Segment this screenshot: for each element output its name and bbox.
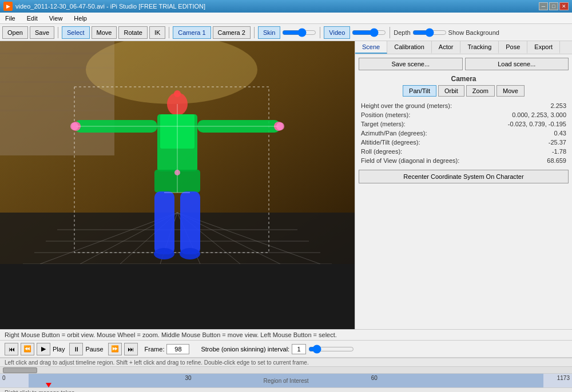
title-bar: ▶ video_2011-12-30_06-47-50.avi - iPi St…	[0, 0, 572, 13]
prop-label: Field of View (diagonal in degrees):	[359, 156, 489, 165]
video-panel	[0, 41, 355, 329]
menu-edit[interactable]: Edit	[24, 14, 41, 23]
strobe-slider[interactable]	[308, 345, 354, 354]
play-label: Play	[53, 346, 65, 353]
tabs-row: Scene Calibration Actor Tracking Pose Ex…	[355, 41, 572, 54]
cam-orbit[interactable]: Orbit	[438, 85, 464, 97]
save-scene-button[interactable]: Save scene...	[359, 58, 463, 70]
separator-5	[390, 27, 390, 38]
tab-actor[interactable]: Actor	[432, 41, 461, 54]
table-row: Roll (degrees): -1.78	[359, 147, 569, 156]
svg-point-40	[70, 122, 78, 130]
status-message: Right Mouse Button = orbit view. Mouse W…	[5, 331, 337, 338]
prop-label: Roll (degrees):	[359, 147, 489, 156]
strobe-value-input[interactable]	[292, 344, 306, 354]
video-canvas[interactable]	[0, 41, 355, 264]
camera-nav: Pan/Tilt Orbit Zoom Move	[359, 85, 569, 97]
separator-2	[169, 27, 169, 38]
maximize-button[interactable]: □	[549, 2, 558, 10]
playhead[interactable]	[46, 383, 51, 387]
separator-4	[320, 27, 320, 38]
panel-content: Save scene... Load scene... Camera Pan/T…	[355, 54, 572, 329]
grid-overlay	[0, 41, 355, 264]
strobe-label: Strobe (onion skinning) interval:	[201, 346, 289, 353]
frame-input[interactable]	[166, 344, 189, 354]
svg-point-34	[174, 90, 181, 97]
tab-scene[interactable]: Scene	[355, 41, 387, 54]
tab-tracking[interactable]: Tracking	[460, 41, 499, 54]
save-button[interactable]: Save	[30, 26, 54, 39]
prop-value: 68.659	[489, 156, 569, 165]
cam-zoom[interactable]: Zoom	[466, 85, 495, 97]
step-forward-button[interactable]: ⏩	[108, 343, 122, 355]
show-background-label: Show Background	[448, 29, 499, 36]
rotate-button[interactable]: Rotate	[118, 26, 147, 39]
move-button[interactable]: Move	[92, 26, 117, 39]
svg-point-33	[180, 248, 200, 259]
skin-button[interactable]: Skin	[258, 26, 280, 39]
prop-value: -0.023, 0.739, -0.195	[489, 119, 569, 129]
window-controls: ─ □ ✕	[539, 2, 569, 10]
tab-pose[interactable]: Pose	[499, 41, 527, 54]
table-row: Height over the ground (meters): 2.253	[359, 101, 569, 110]
close-button[interactable]: ✕	[559, 2, 569, 10]
prop-label: Position (meters):	[359, 110, 489, 119]
menu-help[interactable]: Help	[71, 14, 90, 23]
timeline-region-label: Region of Interest	[264, 378, 309, 384]
prop-value: 0.000, 2.253, 3.000	[489, 110, 569, 119]
step-back-button[interactable]: ⏪	[21, 343, 34, 355]
pause-button[interactable]: ⏸	[69, 343, 83, 355]
video-slider[interactable]	[352, 29, 386, 37]
table-row: Azimuth/Pan (degrees): 0.43	[359, 129, 569, 138]
tab-calibration[interactable]: Calibration	[387, 41, 432, 54]
skin-slider[interactable]	[282, 29, 316, 37]
table-row: Field of View (diagonal in degrees): 68.…	[359, 156, 569, 165]
table-row: Target (meters): -0.023, 0.739, -0.195	[359, 119, 569, 129]
camera1-button[interactable]: Camera 1	[173, 26, 210, 39]
prop-label: Azimuth/Pan (degrees):	[359, 129, 489, 138]
ik-button[interactable]: IK	[149, 26, 165, 39]
cam-move[interactable]: Move	[496, 85, 525, 97]
video-button[interactable]: Video	[324, 26, 350, 39]
prop-label: Height over the ground (meters):	[359, 101, 489, 110]
open-button[interactable]: Open	[2, 26, 28, 39]
prop-value: -25.37	[489, 138, 569, 147]
main-area: Scene Calibration Actor Tracking Pose Ex…	[0, 41, 572, 329]
camera-properties-table: Height over the ground (meters): 2.253 P…	[359, 101, 569, 165]
depth-slider[interactable]	[412, 29, 447, 37]
svg-rect-30	[154, 191, 174, 254]
depth-label: Depth	[394, 29, 410, 36]
recenter-button[interactable]: Recenter Coordinate System On Character	[359, 170, 569, 183]
menu-view[interactable]: View	[46, 14, 66, 23]
svg-rect-8	[0, 213, 355, 264]
scene-buttons: Save scene... Load scene...	[359, 58, 569, 70]
menu-bar: File Edit View Help	[0, 13, 572, 24]
cam-pan-tilt[interactable]: Pan/Tilt	[403, 85, 436, 97]
prop-label: Target (meters):	[359, 119, 489, 129]
load-scene-button[interactable]: Load scene...	[465, 58, 569, 70]
menu-file[interactable]: File	[2, 14, 18, 23]
table-row: Altitide/Tilt (degrees): -25.37	[359, 138, 569, 147]
play-button[interactable]: ▶	[37, 343, 50, 355]
camera2-button[interactable]: Camera 2	[213, 26, 251, 39]
timeline-start: 0	[2, 375, 6, 381]
timeline-scrollbar[interactable]	[0, 367, 572, 374]
svg-point-38	[174, 170, 180, 175]
minimize-button[interactable]: ─	[539, 2, 548, 10]
prop-value: 2.253	[489, 101, 569, 110]
select-button[interactable]: Select	[62, 26, 90, 39]
right-panel: Scene Calibration Actor Tracking Pose Ex…	[355, 41, 572, 329]
timeline-main[interactable]: 0 30 60 1173 Region of Interest	[0, 374, 572, 387]
window-title: video_2011-12-30_06-47-50.avi - iPi Stud…	[15, 3, 205, 10]
tab-export[interactable]: Export	[527, 41, 560, 54]
go-end-button[interactable]: ⏭	[124, 343, 138, 355]
prop-label: Altitide/Tilt (degrees):	[359, 138, 489, 147]
scrollbar-thumb[interactable]	[3, 367, 37, 373]
svg-point-39	[276, 122, 284, 130]
takes-hint: Right click to manage takes.	[0, 387, 572, 392]
timeline-hint: Left click and drag to adjust timeline r…	[0, 358, 572, 367]
separator-3	[254, 27, 255, 38]
status-bar: Right Mouse Button = orbit view. Mouse W…	[0, 329, 572, 341]
go-start-button[interactable]: ⏮	[5, 343, 18, 355]
prop-value: -1.78	[489, 147, 569, 156]
